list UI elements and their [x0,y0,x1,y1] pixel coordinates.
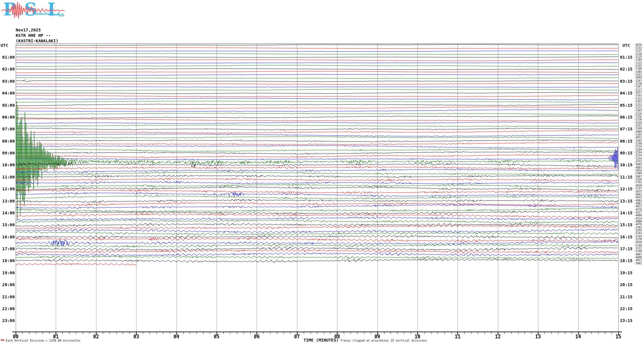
right-time-label: 20:15 [620,282,632,287]
left-time-label: 18:00 [0,258,15,263]
right-time-label: 01:15 [620,54,632,59]
trace-end-value: -5289 [634,149,642,151]
trace-end-value: -5214 [634,145,642,148]
trace-end-value: -5254 [634,158,642,160]
trace-end-value: -5222 [634,247,642,250]
trace-end-value: -4812 [634,259,642,262]
psl-logo[interactable]: P S L atras eismology ab [1,1,65,21]
trace-end-value: -5252 [634,104,642,106]
left-time-label: 16:00 [0,234,15,239]
x-tick-label: 06 [254,334,260,340]
trace-end-value: -5062 [634,262,642,265]
trace-end-value: -5416 [634,122,642,124]
trace-end-value: -5135 [634,56,642,58]
left-time-label: 14:00 [0,210,15,215]
left-time-label: 07:00 [0,127,15,131]
left-time-label: 19:00 [0,270,15,275]
seismogram-canvas[interactable] [0,0,644,346]
trace-end-value: -5077 [634,92,642,94]
right-time-label: 05:15 [620,103,632,107]
trace-end-value: -4803 [634,167,642,169]
utc-label-left: UTC [1,43,8,48]
left-time-label: 15:00 [0,222,15,227]
trace-end-value: -5115 [634,62,642,64]
trace-end-value: -5303 [634,71,642,73]
left-time-label: 05:00 [0,103,15,107]
right-time-label: 23:15 [620,318,632,323]
trace-end-value: -5180 [634,68,642,70]
left-time-label: 02:00 [0,67,15,71]
trace-end-value: -4687 [634,253,642,256]
right-time-label: 02:15 [620,67,632,71]
right-time-label: 16:15 [620,234,632,239]
trace-end-value: -5295 [634,229,642,232]
trace-end-value: -4888 [634,256,642,259]
x-tick-label: 12 [495,334,501,340]
trace-end-value: -5117 [634,89,642,91]
trace-end-value: -5015 [634,196,642,199]
x-tick-label: 02 [93,334,99,340]
x-tick-label: 14 [575,334,581,340]
trace-end-value: -4876 [634,44,642,46]
left-time-label: 21:00 [0,294,15,299]
trace-end-value: -5240 [634,143,642,145]
right-time-label: 14:15 [620,210,632,215]
left-time-label: 17:00 [0,246,15,251]
right-time-label: 17:15 [620,246,632,251]
x-tick-label: 15 [615,334,621,340]
trace-end-value: -5075 [634,191,642,193]
trace-end-value: -4570 [634,209,642,211]
trace-end-value: -5220 [634,113,642,115]
trace-end-value: -5344 [634,110,642,112]
trace-end-value: -5130 [634,83,642,85]
right-time-label: 04:15 [620,91,632,95]
trace-end-value: -5165 [634,134,642,136]
x-tick-label: 07 [294,334,300,340]
trace-end-value: -5067 [634,176,642,178]
trace-end-value: -5583 [634,227,642,229]
trace-end-value: -5156 [634,116,642,118]
trace-end-value: -5389 [634,172,642,175]
trace-end-value: -5148 [634,244,642,247]
trace-end-value: -5207 [634,80,642,82]
left-time-label: 22:00 [0,306,15,311]
trace-end-value: -5351 [634,125,642,127]
right-time-label: 15:15 [620,222,632,227]
x-tick-label: 05 [214,334,219,340]
utc-label-right: UTC [623,43,630,48]
helicorder-page: P S L atras eismology ab Nov17,2025 KSTR… [0,0,644,346]
trace-end-value: -5151 [634,107,642,109]
x-axis-title: TIME (MINUTES) [303,338,339,342]
trace-end-value: -4514 [634,218,642,220]
header-date: Nov17,2025 [16,27,58,33]
trace-end-value: -5137 [634,187,642,190]
right-time-label: 11:15 [620,174,632,179]
right-time-label: 19:15 [620,270,632,275]
trace-end-value: -4752 [634,161,642,163]
x-tick-label: 04 [174,334,179,340]
scale-note: Each Vertical Division = 1250.00 microvo… [6,339,80,342]
right-time-label: 18:15 [620,258,632,263]
trace-end-value: -4908 [634,220,642,223]
trace-end-value: -4989 [634,131,642,133]
trace-end-value: -5236 [634,119,642,121]
trace-end-value: -5243 [634,232,642,235]
header-location: (KASTRI-KANALAKI) [16,38,58,44]
trace-end-value: -5064 [634,163,642,166]
trace-end-value: -5225 [634,50,642,52]
left-time-label: 10:00 [0,162,15,167]
x-tick-label: 03 [133,334,139,340]
trace-end-value: -5240 [634,250,642,253]
trace-end-value: -5054 [634,169,642,172]
trace-end-value: -4882 [634,202,642,205]
x-tick-label: 11 [455,334,460,340]
right-time-label: 03:15 [620,78,632,83]
left-time-label: 23:00 [0,318,15,323]
trace-end-value: -4517 [634,211,642,214]
trace-end-value: -5161 [634,74,642,76]
trace-end-value: -5094 [634,77,642,79]
right-time-label: 08:15 [620,138,632,143]
trace-end-value: -5294 [634,152,642,154]
trace-end-value: -5144 [634,235,642,238]
header-station: KSTR HHE HP -- [16,33,58,38]
